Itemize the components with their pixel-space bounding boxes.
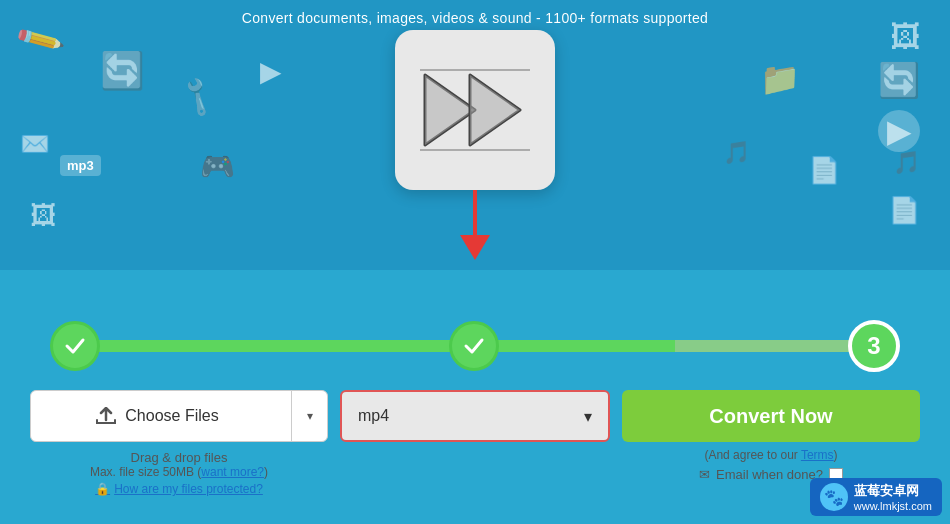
step-markers: 3	[50, 320, 900, 372]
watermark-url: www.lmkjst.com	[854, 500, 932, 512]
email-icon-deco: ✉️	[20, 130, 50, 158]
svg-marker-1	[425, 75, 475, 145]
want-more-link[interactable]: want more?	[201, 465, 264, 479]
checkmark-icon-1	[63, 334, 87, 358]
terms-text: (And agree to our Terms)	[622, 448, 920, 462]
watermark-logo: 🐾	[820, 483, 848, 511]
lock-icon: 🔒	[95, 482, 110, 496]
subtitle: Convert documents, images, videos & soun…	[0, 0, 950, 26]
svg-marker-7	[460, 235, 490, 260]
email-when-done-label: Email when done?	[716, 467, 823, 482]
format-selector[interactable]: mp4 ▾	[340, 390, 610, 442]
agree-suffix: )	[834, 448, 838, 462]
step-3-label: 3	[867, 332, 880, 360]
refresh-icon-2: 🔄	[878, 60, 920, 100]
play-icon-1: ▶	[260, 55, 282, 88]
file-protection-link[interactable]: 🔒 How are my files protected?	[30, 482, 328, 496]
dropdown-arrow-choose: ▾	[307, 409, 313, 423]
image-icon-deco: 🖼	[30, 200, 56, 231]
watermark-site: 蓝莓安卓网	[854, 482, 932, 500]
doc-icon: 📄	[808, 155, 840, 186]
controls-row: Choose Files ▾ mp4 ▾ Convert Now	[30, 390, 920, 442]
step-1-circle	[50, 321, 100, 371]
email-icon: ✉	[699, 467, 710, 482]
game-icon: 🎮	[200, 150, 235, 183]
fast-forward-icon	[415, 60, 535, 160]
checkmark-icon-2	[462, 334, 486, 358]
red-arrow	[455, 190, 495, 270]
step-3-circle: 3	[848, 320, 900, 372]
protected-label: How are my files protected?	[114, 482, 263, 496]
folder-icon: 📁	[760, 60, 800, 98]
progress-bar-section: 3	[50, 320, 900, 372]
play-icon-2: ▶	[878, 110, 920, 152]
upload-icon	[95, 407, 117, 425]
doc-icon-2: 📄	[888, 195, 920, 226]
watermark-text: 蓝莓安卓网 www.lmkjst.com	[854, 482, 932, 512]
svg-marker-3	[470, 75, 520, 145]
choose-files-dropdown[interactable]: ▾	[291, 391, 327, 441]
wrench-icon: 🔧	[174, 73, 221, 119]
size-text-suffix: )	[264, 465, 268, 479]
refresh-icon: 🔄	[100, 50, 145, 92]
photo-icon: 🖼	[890, 20, 920, 54]
bottom-section: 3 Choose Files ▾ mp4 ▾ Convert Now	[0, 270, 950, 524]
app-logo	[395, 30, 555, 190]
info-right: (And agree to our Terms) ✉ Email when do…	[622, 448, 920, 482]
choose-files-button[interactable]: Choose Files ▾	[30, 390, 328, 442]
choose-files-label: Choose Files	[125, 407, 218, 425]
music-icon-3: 🎵	[893, 150, 920, 176]
choose-files-main[interactable]: Choose Files	[31, 391, 283, 441]
drag-drop-text: Drag & drop files	[30, 450, 328, 465]
step-2-circle	[449, 321, 499, 371]
format-value: mp4	[358, 407, 389, 425]
size-text-prefix: Max. file size 50MB (	[90, 465, 201, 479]
file-size-text: Max. file size 50MB (want more?)	[30, 465, 328, 479]
terms-link[interactable]: Terms	[801, 448, 834, 462]
top-section: Convert documents, images, videos & soun…	[0, 0, 950, 270]
watermark: 🐾 蓝莓安卓网 www.lmkjst.com	[810, 478, 942, 516]
convert-now-button[interactable]: Convert Now	[622, 390, 920, 442]
mp3-badge: mp3	[60, 155, 101, 176]
music-icon-2: 🎵	[723, 140, 750, 166]
agree-prefix: (And agree to our	[704, 448, 801, 462]
info-left: Drag & drop files Max. file size 50MB (w…	[30, 450, 328, 496]
format-dropdown-arrow: ▾	[584, 407, 592, 426]
